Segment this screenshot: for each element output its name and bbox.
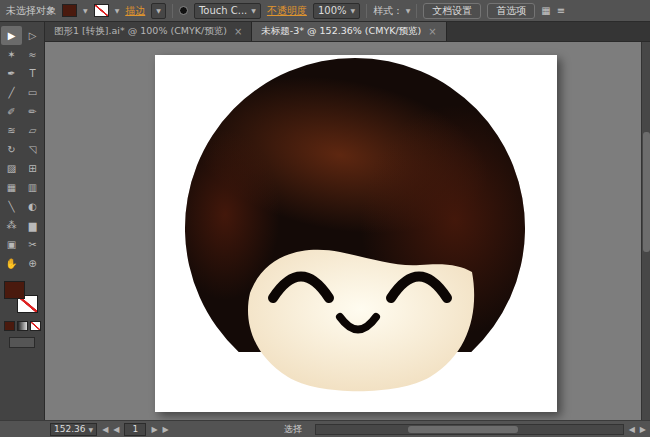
zoom-level-dropdown[interactable]: 152.36 ▼ xyxy=(50,423,97,436)
mesh-tool[interactable]: ▦ xyxy=(1,178,22,197)
tab-label: 未标题-3* @ 152.36% (CMYK/预览) xyxy=(261,25,421,38)
blend-tool[interactable]: ◐ xyxy=(22,197,43,216)
opacity-dropdown[interactable]: 100% ▼ xyxy=(313,3,360,19)
tab-document-1[interactable]: 图形1 [转换].ai* @ 100% (CMYK/预览) × xyxy=(45,22,252,41)
chevron-down-icon: ▼ xyxy=(351,7,356,14)
graph-tool[interactable]: ▆ xyxy=(22,216,43,235)
type-tool[interactable]: T xyxy=(22,64,43,83)
artboard-tool[interactable]: ▣ xyxy=(1,235,22,254)
chevron-down-icon: ▼ xyxy=(251,7,256,14)
close-icon[interactable]: × xyxy=(428,26,436,37)
workspace-switcher-icon[interactable]: ▦ xyxy=(541,5,550,16)
line-segment-tool[interactable]: ╱ xyxy=(1,83,22,102)
tool-grid: ▶▷✶≈✒T╱▭✐✏≋▱↻◹▨⊞▦▥╲◐⁂▆▣✂✋⊕ xyxy=(0,26,44,273)
screen-mode-button[interactable] xyxy=(9,337,35,348)
style-chevron-down-icon[interactable]: ▼ xyxy=(406,7,411,14)
brush-definition-icon xyxy=(179,6,188,15)
eyedropper-tool[interactable]: ╲ xyxy=(1,197,22,216)
shape-builder-tool[interactable]: ▨ xyxy=(1,159,22,178)
brush-definition-value: Touch C... xyxy=(199,5,247,16)
tools-panel: ▶▷✶≈✒T╱▭✐✏≋▱↻◹▨⊞▦▥╲◐⁂▆▣✂✋⊕ xyxy=(0,22,45,420)
symbol-sprayer-tool[interactable]: ⁂ xyxy=(1,216,22,235)
artwork-cartoon-face xyxy=(155,55,557,412)
scale-tool[interactable]: ◹ xyxy=(22,140,43,159)
illustrator-window: 未选择对象 ▼ ▼ 描边 ▼ Touch C... ▼ 不透明度 100% ▼ … xyxy=(0,0,650,437)
canvas-area[interactable] xyxy=(45,42,650,420)
scroll-right-icon[interactable]: ▶ xyxy=(640,425,646,434)
panel-menu-icon[interactable]: ≡ xyxy=(557,5,565,16)
last-artboard-icon[interactable]: ▶ xyxy=(163,425,169,434)
vertical-scrollbar[interactable] xyxy=(641,42,650,420)
none-button[interactable] xyxy=(30,321,41,331)
horizontal-scrollbar-thumb[interactable] xyxy=(408,426,518,433)
pencil-tool[interactable]: ✏ xyxy=(22,102,43,121)
selection-status-text: 未选择对象 xyxy=(6,4,56,18)
color-mode-buttons xyxy=(0,321,44,331)
chevron-down-icon: ▼ xyxy=(156,7,161,14)
status-readout-label: 选择 xyxy=(284,423,302,436)
divider xyxy=(172,4,173,18)
lasso-tool[interactable]: ≈ xyxy=(22,45,43,64)
hand-tool[interactable]: ✋ xyxy=(1,254,22,273)
control-bar: 未选择对象 ▼ ▼ 描边 ▼ Touch C... ▼ 不透明度 100% ▼ … xyxy=(0,0,650,22)
scroll-left-icon[interactable]: ◀ xyxy=(629,425,635,434)
artboard-number-field[interactable]: 1 xyxy=(124,423,146,436)
close-icon[interactable]: × xyxy=(234,26,242,37)
zoom-tool[interactable]: ⊕ xyxy=(22,254,43,273)
artboard[interactable] xyxy=(155,55,557,412)
first-artboard-icon[interactable]: ◀ xyxy=(102,425,108,434)
stroke-weight-dropdown[interactable]: ▼ xyxy=(151,3,166,19)
next-artboard-icon[interactable]: ▶ xyxy=(151,425,157,434)
face-shape[interactable] xyxy=(248,250,474,392)
previous-artboard-icon[interactable]: ◀ xyxy=(113,425,119,434)
gradient-button[interactable] xyxy=(17,321,28,331)
stroke-panel-link[interactable]: 描边 xyxy=(125,4,145,18)
paintbrush-tool[interactable]: ✐ xyxy=(1,102,22,121)
vertical-scrollbar-thumb[interactable] xyxy=(643,132,650,252)
direct-selection-tool[interactable]: ▷ xyxy=(22,26,43,45)
horizontal-scrollbar[interactable] xyxy=(315,424,624,435)
divider xyxy=(366,4,367,18)
slice-tool[interactable]: ✂ xyxy=(22,235,43,254)
style-label: 样式 : xyxy=(373,4,400,18)
document-tab-bar: 图形1 [转换].ai* @ 100% (CMYK/预览) × 未标题-3* @… xyxy=(45,22,650,42)
fill-stroke-indicator xyxy=(4,281,40,317)
fill-indicator-swatch[interactable] xyxy=(4,281,25,299)
rotate-tool[interactable]: ↻ xyxy=(1,140,22,159)
status-bar: 152.36 ▼ ◀ ◀ 1 ▶ ▶ 选择 ◀ ▶ xyxy=(0,420,650,437)
document-setup-button[interactable]: 文档设置 xyxy=(423,3,481,19)
stroke-chevron-down-icon[interactable]: ▼ xyxy=(115,7,120,14)
fill-chevron-down-icon[interactable]: ▼ xyxy=(83,7,88,14)
stroke-color-swatch[interactable] xyxy=(94,4,109,17)
color-button[interactable] xyxy=(4,321,15,331)
opacity-value: 100% xyxy=(318,5,347,16)
fill-color-swatch[interactable] xyxy=(62,4,77,17)
divider xyxy=(416,4,417,18)
tab-label: 图形1 [转换].ai* @ 100% (CMYK/预览) xyxy=(54,25,227,38)
brush-definition-dropdown[interactable]: Touch C... ▼ xyxy=(194,3,261,19)
eraser-tool[interactable]: ▱ xyxy=(22,121,43,140)
preferences-button[interactable]: 首选项 xyxy=(487,3,535,19)
magic-wand-tool[interactable]: ✶ xyxy=(1,45,22,64)
zoom-value: 152.36 xyxy=(54,424,86,434)
perspective-grid-tool[interactable]: ⊞ xyxy=(22,159,43,178)
chevron-down-icon: ▼ xyxy=(89,426,94,433)
gradient-tool[interactable]: ▥ xyxy=(22,178,43,197)
tab-document-2-active[interactable]: 未标题-3* @ 152.36% (CMYK/预览) × xyxy=(252,22,446,41)
opacity-panel-link[interactable]: 不透明度 xyxy=(267,4,307,18)
width-tool[interactable]: ≋ xyxy=(1,121,22,140)
selection-tool[interactable]: ▶ xyxy=(1,26,22,45)
pen-tool[interactable]: ✒ xyxy=(1,64,22,83)
rectangle-tool[interactable]: ▭ xyxy=(22,83,43,102)
